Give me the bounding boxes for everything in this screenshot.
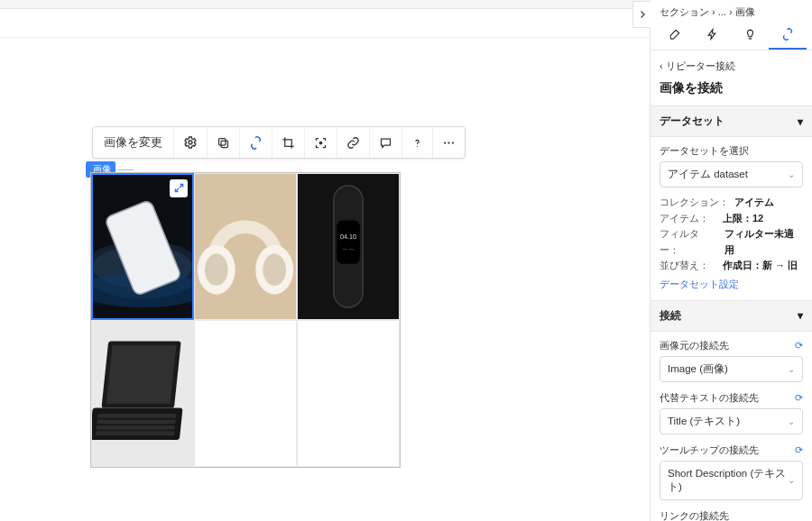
breadcrumb-mid[interactable]: ... — [718, 6, 726, 17]
chevron-right-icon — [639, 8, 646, 22]
chevron-down-icon: ⌄ — [788, 169, 795, 179]
alt-label: 代替テキストの接続先 — [660, 391, 759, 405]
panel-title: 画像を接続 — [651, 77, 812, 105]
expand-button[interactable] — [170, 179, 188, 197]
dataset-items-row: アイテム：上限：12 — [660, 211, 803, 227]
svg-point-5 — [444, 142, 446, 143]
tooltip-select[interactable]: Short Description (テキスト) ⌄ — [660, 461, 803, 500]
crop-button[interactable] — [272, 127, 305, 158]
back-link[interactable]: ‹ リピーター接続 — [651, 50, 812, 77]
app-subbar — [0, 9, 650, 38]
grid-item[interactable] — [194, 320, 297, 467]
alt-select[interactable]: Title (テキスト) ⌄ — [660, 408, 803, 434]
breadcrumb-leaf: 画像 — [735, 6, 755, 17]
tab-connect[interactable] — [769, 23, 807, 50]
expand-icon — [174, 182, 184, 196]
dataset-accordion[interactable]: データセット ▾ — [651, 105, 812, 137]
svg-point-6 — [448, 142, 449, 143]
dataset-select-value: アイテム dataset — [668, 168, 748, 181]
settings-button[interactable] — [174, 127, 208, 158]
sync-icon: ⟳ — [795, 340, 803, 352]
image-src-label: 画像元の接続先 — [660, 339, 729, 352]
tab-design[interactable] — [656, 23, 694, 50]
element-toolbar: 画像を変更 — [92, 126, 466, 159]
help-button[interactable] — [402, 127, 433, 158]
layers-button[interactable] — [208, 127, 240, 158]
svg-rect-26 — [106, 345, 177, 403]
chevron-left-icon: ‹ — [660, 60, 666, 71]
chevron-down-icon: ⌄ — [788, 364, 795, 374]
product-thumb-tablet — [92, 321, 193, 466]
bolt-icon — [706, 28, 718, 43]
crop-icon — [281, 136, 295, 150]
copy-icon — [217, 136, 230, 150]
more-icon — [442, 136, 456, 150]
connect-icon — [781, 28, 794, 43]
editor-canvas: 画像を変更 画像 — [0, 38, 650, 521]
panel-tabs — [651, 23, 812, 50]
tooltip-label: ツールチップの接続先 — [660, 443, 759, 457]
svg-point-4 — [417, 145, 418, 146]
more-button[interactable] — [433, 127, 465, 158]
comment-icon — [379, 136, 392, 150]
svg-rect-31 — [96, 431, 174, 435]
connect-icon — [249, 136, 263, 150]
svg-point-7 — [452, 142, 454, 143]
dataset-filter-row: フィルター：フィルター未適用 — [660, 226, 803, 258]
image-src-value: Image (画像) — [668, 362, 728, 376]
sync-icon: ⟳ — [795, 444, 803, 456]
svg-point-0 — [189, 141, 192, 144]
grid-item[interactable]: 04.10 — — — [297, 173, 400, 320]
tab-animation[interactable] — [694, 23, 732, 50]
link-icon — [346, 136, 360, 150]
bulb-icon — [744, 28, 756, 43]
dataset-collection-row: コレクション：アイテム — [660, 195, 803, 211]
svg-rect-30 — [97, 425, 175, 430]
gear-icon — [183, 135, 198, 150]
dataset-sort-row: 並び替え：作成日：新 → 旧 — [660, 258, 803, 274]
svg-point-16 — [205, 254, 228, 286]
connect-accordion[interactable]: 接続 ▾ — [651, 300, 812, 332]
dataset-select[interactable]: アイテム dataset ⌄ — [660, 161, 803, 187]
link-button[interactable] — [337, 127, 370, 158]
connect-accordion-label: 接続 — [660, 308, 681, 324]
svg-rect-29 — [97, 419, 175, 424]
chevron-down-icon: ⌄ — [788, 475, 795, 485]
change-image-label: 画像を変更 — [104, 134, 162, 151]
change-image-button[interactable]: 画像を変更 — [93, 127, 174, 158]
grid-item[interactable] — [297, 320, 400, 467]
repeater-grid[interactable]: 04.10 — — — [90, 172, 401, 468]
grid-item[interactable] — [91, 320, 194, 467]
inspector-panel: セクション › ... › 画像 ‹ リピーター接続 画像を接続 データセット … — [650, 0, 812, 521]
breadcrumb[interactable]: セクション › ... › 画像 — [651, 0, 812, 23]
link-dest-label: リンクの接続先 — [660, 509, 729, 521]
svg-rect-2 — [219, 138, 226, 145]
svg-point-18 — [263, 254, 286, 286]
dataset-settings-link[interactable]: データセット設定 — [660, 274, 803, 291]
svg-point-3 — [319, 142, 322, 144]
tooltip-value: Short Description (テキスト) — [668, 467, 788, 494]
dataset-accordion-label: データセット — [660, 114, 724, 129]
brush-icon — [669, 28, 681, 43]
caret-down-icon: ▾ — [798, 115, 803, 128]
panel-collapse-toggle[interactable] — [632, 1, 651, 28]
alt-value: Title (テキスト) — [668, 415, 740, 428]
tag-connector — [117, 169, 134, 170]
svg-rect-28 — [97, 414, 176, 418]
image-src-select[interactable]: Image (画像) ⌄ — [660, 356, 803, 382]
choose-dataset-label: データセットを選択 — [660, 144, 749, 158]
grid-item[interactable] — [194, 173, 297, 320]
svg-text:—  —: — — — [343, 246, 355, 251]
svg-rect-1 — [221, 141, 228, 148]
breadcrumb-root[interactable]: セクション — [660, 6, 709, 17]
help-icon — [411, 136, 423, 150]
grid-item[interactable] — [91, 173, 194, 320]
tab-interactions[interactable] — [732, 23, 770, 50]
data-bind-button[interactable] — [240, 127, 272, 158]
focal-point-icon — [314, 136, 328, 150]
product-thumb-watch: 04.10 — — — [298, 174, 399, 319]
dataset-section: データセットを選択 アイテム dataset ⌄ コレクション：アイテム アイテ… — [651, 137, 812, 300]
focal-button[interactable] — [305, 127, 337, 158]
comment-button[interactable] — [370, 127, 402, 158]
product-thumb-headphones — [195, 174, 296, 319]
